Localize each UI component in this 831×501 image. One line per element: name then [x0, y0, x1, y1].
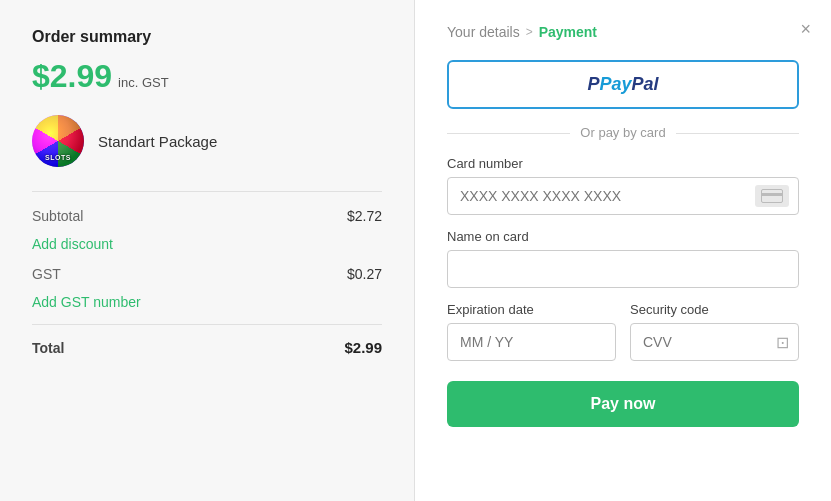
total-row: Total $2.99 — [32, 324, 382, 356]
line-items: Subtotal $2.72 Add discount GST $0.27 Ad… — [32, 191, 382, 356]
expiration-label: Expiration date — [447, 302, 616, 317]
card-number-label: Card number — [447, 156, 799, 171]
order-summary-panel: Order summary $2.99 inc. GST Standart Pa… — [0, 0, 415, 501]
cvv-icon: ⊡ — [776, 333, 789, 352]
subtotal-value: $2.72 — [347, 208, 382, 224]
cvv-wrapper: ⊡ — [630, 323, 799, 361]
total-value: $2.99 — [344, 339, 382, 356]
cvv-input[interactable] — [630, 323, 799, 361]
name-on-card-group: Name on card — [447, 229, 799, 288]
card-lines-decoration — [761, 189, 783, 203]
name-on-card-input[interactable] — [447, 250, 799, 288]
gst-label: GST — [32, 266, 61, 282]
payment-panel: Your details > Payment × PPayPal Or pay … — [415, 0, 831, 501]
expiry-cvv-row: Expiration date Security code ⊡ — [447, 302, 799, 375]
breadcrumb-step2: Payment — [539, 24, 597, 40]
pay-now-button[interactable]: Pay now — [447, 381, 799, 427]
close-button[interactable]: × — [800, 20, 811, 38]
card-number-input[interactable] — [447, 177, 799, 215]
add-gst-link[interactable]: Add GST number — [32, 294, 382, 310]
add-discount-link[interactable]: Add discount — [32, 236, 382, 252]
order-total-price: $2.99 — [32, 58, 112, 95]
product-name: Standart Package — [98, 133, 217, 150]
breadcrumb-step1: Your details — [447, 24, 520, 40]
card-type-icon — [755, 185, 789, 207]
security-code-label: Security code — [630, 302, 799, 317]
card-input-wrapper — [447, 177, 799, 215]
subtotal-label: Subtotal — [32, 208, 83, 224]
security-code-group: Security code ⊡ — [630, 302, 799, 361]
total-label: Total — [32, 340, 64, 356]
paypal-logo: PPayPal — [587, 74, 658, 95]
gst-row: GST $0.27 — [32, 266, 382, 282]
inc-gst-label: inc. GST — [118, 75, 169, 90]
product-row: Standart Package — [32, 115, 382, 167]
card-number-group: Card number — [447, 156, 799, 215]
subtotal-row: Subtotal $2.72 — [32, 208, 382, 224]
product-logo — [32, 115, 84, 167]
name-on-card-label: Name on card — [447, 229, 799, 244]
gst-value: $0.27 — [347, 266, 382, 282]
or-divider: Or pay by card — [447, 125, 799, 140]
expiration-input[interactable] — [447, 323, 616, 361]
paypal-button[interactable]: PPayPal — [447, 60, 799, 109]
order-summary-title: Order summary — [32, 28, 382, 46]
breadcrumb-separator: > — [526, 25, 533, 39]
expiration-group: Expiration date — [447, 302, 616, 361]
breadcrumb: Your details > Payment — [447, 24, 799, 40]
